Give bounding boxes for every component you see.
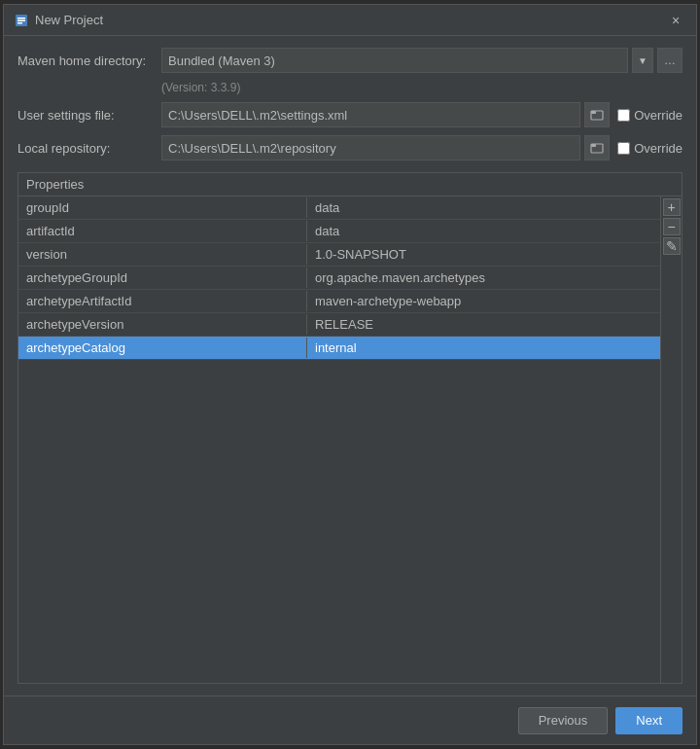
close-button[interactable]: × [665, 10, 686, 31]
maven-home-input[interactable] [161, 48, 628, 73]
local-repo-override-label: Override [634, 141, 682, 156]
prop-value: RELEASE [307, 314, 660, 335]
properties-table: groupIddataartifactIddataversion1.0-SNAP… [18, 196, 660, 683]
maven-home-input-group: ▼ … [161, 48, 682, 73]
maven-home-label: Maven home directory: [18, 54, 154, 68]
local-repo-override[interactable]: Override [617, 141, 682, 156]
table-actions: + − ✎ [660, 196, 682, 683]
version-text: (Version: 3.3.9) [161, 81, 682, 94]
local-repo-browse-btn[interactable] [584, 135, 610, 160]
user-settings-input[interactable] [161, 102, 580, 127]
table-row[interactable]: archetypeArtifactIdmaven-archetype-webap… [18, 290, 660, 313]
prop-value: data [307, 221, 660, 241]
user-settings-override-checkbox[interactable] [617, 109, 630, 122]
table-row[interactable]: archetypeCataloginternal [18, 337, 660, 360]
svg-rect-5 [591, 111, 596, 114]
svg-rect-1 [18, 18, 25, 19]
prop-value: internal [307, 338, 660, 358]
dialog-content: Maven home directory: ▼ … (Version: 3.3.… [4, 36, 696, 696]
user-settings-override-label: Override [634, 108, 682, 123]
svg-rect-2 [18, 19, 25, 21]
edit-property-button[interactable]: ✎ [663, 237, 681, 255]
prop-key: version [18, 244, 307, 265]
add-property-button[interactable]: + [663, 198, 681, 216]
prop-key: archetypeCatalog [18, 338, 307, 358]
svg-rect-7 [591, 144, 596, 147]
maven-home-browse-btn[interactable]: … [657, 48, 682, 73]
project-icon [14, 13, 29, 28]
maven-home-dropdown-btn[interactable]: ▼ [632, 48, 653, 73]
user-settings-override[interactable]: Override [617, 108, 682, 123]
local-repo-label: Local repository: [18, 141, 154, 156]
title-bar-left: New Project [14, 13, 103, 28]
table-row[interactable]: artifactIddata [18, 220, 660, 243]
properties-section: Properties groupIddataartifactIddatavers… [18, 172, 682, 684]
remove-property-button[interactable]: − [663, 218, 681, 235]
title-bar: New Project × [4, 5, 696, 36]
prop-key: archetypeArtifactId [18, 291, 307, 311]
user-settings-row: User settings file: Override [18, 102, 682, 127]
table-row[interactable]: version1.0-SNAPSHOT [18, 243, 660, 267]
prop-value: org.apache.maven.archetypes [307, 268, 660, 288]
svg-rect-3 [18, 22, 22, 24]
new-project-dialog: New Project × Maven home directory: ▼ … … [3, 4, 697, 745]
next-button[interactable]: Next [615, 707, 682, 734]
prop-key: archetypeGroupId [18, 268, 307, 288]
prop-key: archetypeVersion [18, 314, 307, 335]
local-repo-input-group [161, 135, 610, 160]
prop-value: data [307, 197, 660, 218]
prop-value: maven-archetype-webapp [307, 291, 660, 311]
local-repo-override-checkbox[interactable] [617, 142, 630, 155]
previous-button[interactable]: Previous [518, 707, 609, 734]
dialog-title: New Project [35, 13, 103, 27]
table-row[interactable]: archetypeVersionRELEASE [18, 313, 660, 337]
user-settings-input-group [161, 102, 610, 127]
user-settings-label: User settings file: [18, 108, 154, 123]
properties-table-container: groupIddataartifactIddataversion1.0-SNAP… [18, 196, 682, 684]
maven-home-row: Maven home directory: ▼ … [18, 48, 682, 73]
prop-value: 1.0-SNAPSHOT [307, 244, 660, 265]
table-row[interactable]: groupIddata [18, 196, 660, 220]
user-settings-browse-btn[interactable] [584, 102, 610, 127]
table-row[interactable]: archetypeGroupIdorg.apache.maven.archety… [18, 267, 660, 290]
prop-key: groupId [18, 197, 307, 218]
prop-key: artifactId [18, 221, 307, 241]
local-repo-row: Local repository: Override [18, 135, 682, 160]
local-repo-input[interactable] [161, 135, 580, 160]
properties-header: Properties [18, 172, 682, 196]
dialog-footer: Previous Next [4, 696, 696, 744]
